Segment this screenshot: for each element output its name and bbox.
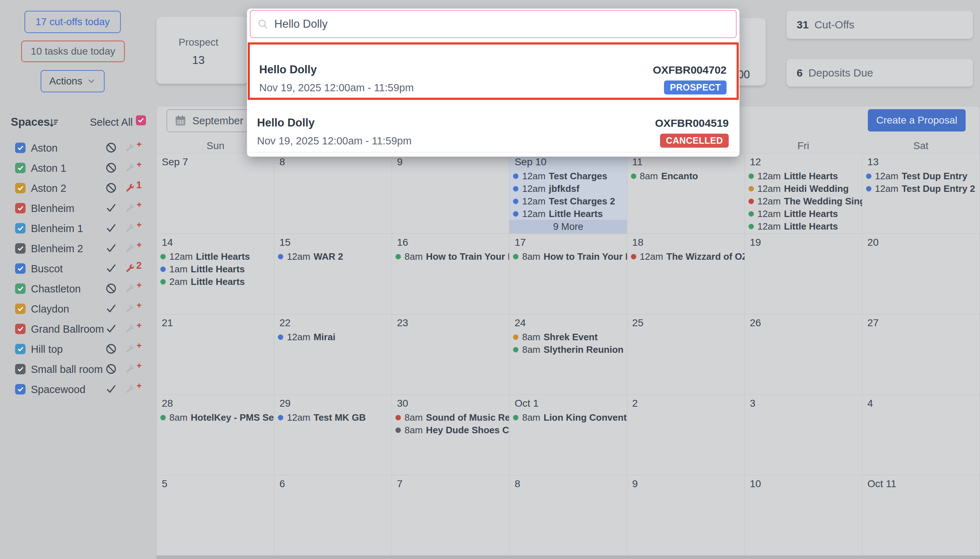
calendar-day-cell[interactable]: 178amHow to Train Your Dra [509,234,627,314]
calendar-day-cell[interactable]: 118amEncanto [627,154,745,233]
calendar-event[interactable]: 12amLittle Hearts [509,208,627,220]
space-checkbox[interactable] [15,304,25,314]
wrench-icon[interactable]: + [125,344,142,356]
space-row-small-ball-room[interactable]: Small ball room+ [0,359,156,379]
calendar-event[interactable]: 2amLittle Hearts [157,276,274,288]
calendar-day-cell[interactable]: 23 [392,314,509,394]
wrench-icon[interactable]: 2 [125,264,142,275]
calendar-day-cell[interactable]: 3 [745,395,862,475]
tasks-due-button[interactable]: 10 tasks due today [21,41,125,62]
calendar-day-cell[interactable]: 1412amLittle Hearts1amLittle Hearts2amLi… [157,234,274,314]
calendar-event[interactable]: 8amHow to Train Your Dra [509,250,627,263]
search-result-1[interactable]: Hello DollyOXFBR004702Nov 19, 2025 12:00… [248,42,739,100]
wrench-icon[interactable]: + [125,304,142,316]
deposits-chip[interactable]: 6 Deposits Due [787,59,973,87]
space-row-claydon[interactable]: Claydon+ [0,299,156,319]
calendar-event[interactable]: 8amEncanto [627,170,745,182]
calendar-day-cell[interactable]: Sep 7 [157,154,274,233]
calendar-event[interactable]: 12amThe Wizzard of OZ C [627,250,745,263]
calendar-event[interactable]: 12amTest MK GB [274,411,391,424]
create-proposal-button[interactable]: Create a Proposal [868,109,966,131]
calendar-day-cell[interactable]: 1812amThe Wizzard of OZ C [627,234,745,314]
select-all-checkbox[interactable] [136,115,146,126]
calendar-event[interactable]: 8amShrek Event [509,331,627,344]
search-input[interactable]: Hello Dolly [250,10,736,38]
space-checkbox[interactable] [15,183,25,193]
calendar-day-cell[interactable]: 20 [862,234,980,314]
calendar-event[interactable]: 12amThe Wedding Singer [745,195,862,208]
calendar-day-cell[interactable]: 8 [509,475,627,556]
calendar-day-cell[interactable]: 7 [392,475,509,556]
calendar-day-cell[interactable]: 6 [274,475,391,556]
calendar-event[interactable]: 12amLittle Hearts [745,170,862,182]
more-events[interactable]: 9 More [509,220,627,233]
space-row-hill-top[interactable]: Hill top+ [0,339,156,359]
space-checkbox[interactable] [15,324,25,334]
calendar-day-cell[interactable]: 1312amTest Dup Entry12amTest Dup Entry 2 [862,154,980,233]
calendar-day-cell[interactable]: 9 [392,154,509,233]
actions-dropdown-button[interactable]: Actions [41,70,104,92]
space-row-spacewood[interactable]: Spacewood+ [0,379,156,400]
calendar-event[interactable]: 8amHow to Train Your Dra [392,250,509,263]
cutoffs-chip[interactable]: 31 Cut-Offs [787,11,973,39]
calendar-event[interactable]: 12amLittle Hearts [745,208,862,220]
calendar-day-cell[interactable]: 1512amWAR 2 [274,234,391,314]
calendar-event[interactable]: 12amMirai [274,331,391,344]
calendar-day-cell[interactable]: 168amHow to Train Your Dra [392,234,509,314]
calendar-day-cell[interactable]: 4 [862,395,980,475]
space-row-blenheim-1[interactable]: Blenheim 1+ [0,218,156,238]
space-checkbox[interactable] [15,203,25,213]
calendar-day-cell[interactable]: 2912amTest MK GB [274,395,391,475]
calendar-day-cell[interactable]: 288amHotelKey - PMS Sessio [157,395,274,475]
calendar-event[interactable]: 12amWAR 2 [274,250,391,263]
prospect-stat-card[interactable]: Prospect 13 [156,17,249,84]
space-checkbox[interactable] [15,142,25,153]
calendar-day-cell[interactable]: 27 [862,314,980,394]
calendar-event[interactable]: 8amSound of Music Reunio [392,411,509,424]
calendar-day-cell[interactable]: 19 [745,234,862,314]
wrench-icon[interactable]: + [125,143,142,154]
wrench-icon[interactable]: + [125,384,142,396]
calendar-event[interactable]: 8amHey Dude Shoes Convo [392,424,509,437]
calendar-day-cell[interactable]: 5 [157,475,274,556]
wrench-icon[interactable]: + [125,203,142,215]
calendar-day-cell[interactable]: Oct 11 [862,475,980,556]
calendar-day-cell[interactable]: 26 [745,314,862,394]
space-checkbox[interactable] [15,163,25,173]
space-row-grand-ballroom[interactable]: Grand Ballroom+ [0,319,156,339]
calendar-day-cell[interactable]: 2212amMirai [274,314,391,394]
wrench-icon[interactable]: + [125,364,142,376]
calendar-event[interactable]: 12amLittle Hearts [157,250,274,263]
space-row-blenheim[interactable]: Blenheim+ [0,198,156,218]
calendar-day-cell[interactable]: 1212amLittle Hearts12amHeidi Wedding12am… [745,154,862,233]
calendar-day-cell[interactable]: Sep 1012amTest Charges12amjbfkdsf12amTes… [509,154,627,233]
calendar-day-cell[interactable]: 8 [274,154,391,233]
space-checkbox[interactable] [15,243,25,254]
space-checkbox[interactable] [15,344,25,354]
calendar-event[interactable]: 1amLittle Hearts [157,263,274,276]
search-result-2[interactable]: Hello DollyOXFBR004519Nov 19, 2025 12:00… [248,100,739,154]
calendar-event[interactable]: 12amTest Dup Entry [862,170,980,182]
space-checkbox[interactable] [15,364,25,374]
calendar-event[interactable]: 12amjbfkdsf [509,182,627,195]
space-checkbox[interactable] [15,283,25,294]
wrench-icon[interactable]: + [125,223,142,235]
space-checkbox[interactable] [15,263,25,274]
calendar-event[interactable]: 12amTest Dup Entry 2 [862,182,980,195]
calendar-day-cell[interactable]: Oct 18amLion King Convention [509,395,627,475]
calendar-event[interactable]: 12amTest Charges [509,170,627,182]
wrench-icon[interactable]: + [125,324,142,336]
calendar-day-cell[interactable]: 10 [745,475,862,556]
calendar-event[interactable]: 8amSlytherin Reunion [509,344,627,356]
space-checkbox[interactable] [15,223,25,233]
wrench-icon[interactable]: + [125,284,142,295]
calendar-day-cell[interactable]: 9 [627,475,745,556]
space-row-aston-2[interactable]: Aston 21 [0,178,156,198]
wrench-icon[interactable]: + [125,243,142,255]
space-row-aston-1[interactable]: Aston 1+ [0,158,156,178]
wrench-icon[interactable]: + [125,163,142,175]
calendar-event[interactable]: 12amTest Charges 2 [509,195,627,208]
calendar-day-cell[interactable]: 308amSound of Music Reunio8amHey Dude Sh… [392,395,509,475]
calendar-day-cell[interactable]: 21 [157,314,274,394]
calendar-event[interactable]: 12amLittle Hearts [745,220,862,233]
